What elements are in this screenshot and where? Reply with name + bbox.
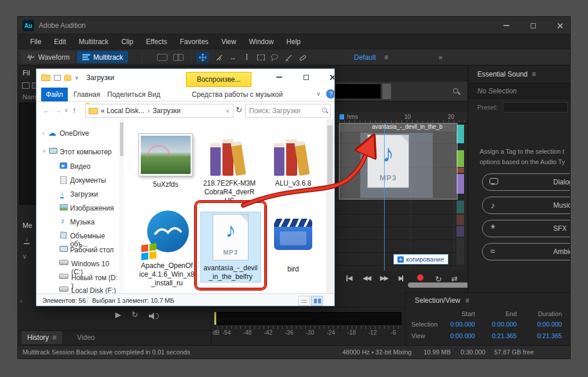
- ribbon-collapse-icon[interactable]: ∨: [316, 90, 320, 97]
- panel-menu-icon[interactable]: ≡: [465, 296, 469, 304]
- close-button[interactable]: [551, 19, 568, 32]
- breadcrumb-collapsed[interactable]: « Local Disk...: [101, 107, 144, 115]
- skip-start-button[interactable]: ◀: [346, 274, 351, 282]
- playhead-marker[interactable]: [339, 114, 344, 119]
- time-selection-tool-icon[interactable]: I: [240, 52, 253, 63]
- preset-select[interactable]: [503, 102, 568, 113]
- tag-music-button[interactable]: ♪ Music: [482, 197, 571, 214]
- editor-view-icon[interactable]: [156, 52, 169, 63]
- menu-multitrack[interactable]: Multitrack: [72, 38, 115, 46]
- minimize-button[interactable]: [498, 19, 515, 32]
- dragged-clip[interactable]: avantasia_-_devil_in_the_b ♪ MP3: [339, 123, 458, 200]
- menu-window[interactable]: Window: [243, 38, 280, 46]
- lasso-tool-icon[interactable]: [268, 52, 281, 63]
- move-tool-icon[interactable]: [196, 52, 209, 63]
- details-view-button[interactable]: [298, 296, 310, 306]
- contextual-tab-badge[interactable]: Воспроизве...: [186, 72, 251, 87]
- search-icon[interactable]: [322, 108, 327, 113]
- healing-tool-icon[interactable]: [296, 52, 309, 63]
- workspace-selector[interactable]: Default: [354, 53, 376, 61]
- preview-loop-button[interactable]: ↻: [132, 310, 138, 319]
- tag-sfx-button[interactable]: * SFX: [482, 220, 571, 237]
- maximize-button[interactable]: [524, 19, 542, 32]
- track-area[interactable]: avantasia_-_devil_in_the_b ♪ MP3 + копир…: [334, 124, 468, 270]
- razor-tool-icon[interactable]: [213, 52, 225, 63]
- menu-edit[interactable]: Edit: [48, 38, 72, 46]
- menu-file[interactable]: File: [24, 38, 48, 46]
- view-end[interactable]: 0:21.365: [480, 332, 517, 339]
- speaker-icon[interactable]: [149, 313, 156, 320]
- fast-forward-button[interactable]: ▶▶: [380, 274, 388, 282]
- view-duration[interactable]: 0:21.365: [520, 332, 562, 339]
- brush-tool-icon[interactable]: [282, 52, 295, 63]
- tab-share[interactable]: Поделиться: [107, 90, 145, 99]
- waveform-button[interactable]: Waveform: [21, 51, 75, 63]
- workspace-menu-icon[interactable]: ≡: [384, 53, 388, 61]
- nav-scrollbar[interactable]: [119, 119, 124, 293]
- menu-clip[interactable]: Clip: [115, 38, 140, 46]
- nav-item-videos[interactable]: ▶ Видео: [36, 161, 119, 173]
- qat-dropdown-icon[interactable]: ∨: [75, 75, 79, 81]
- track-color-dark-red[interactable]: [456, 215, 464, 225]
- name-column-header[interactable]: Nam: [23, 93, 36, 100]
- skip-selection-button[interactable]: ⇄: [451, 274, 458, 283]
- tab-view[interactable]: Вид: [148, 90, 160, 99]
- file-label[interactable]: 5uXzfds: [134, 180, 198, 189]
- chevron-down-icon[interactable]: ∨: [42, 148, 46, 154]
- refresh-icon[interactable]: ↻: [236, 106, 242, 114]
- file-label[interactable]: Apache_OpenOf ice_4.1.6_Win_x8 _install_…: [135, 262, 199, 288]
- timeline-ruler[interactable]: hms 10 20: [334, 112, 468, 124]
- search-input[interactable]: Поиск: Загрузки: [245, 104, 331, 118]
- panel-menu-icon[interactable]: ≡: [532, 70, 536, 78]
- track-color-dark[interactable]: [456, 238, 464, 264]
- chevron-down-icon[interactable]: ∨: [22, 252, 27, 260]
- menu-favorites[interactable]: Favorites: [174, 38, 215, 46]
- toolbar-overflow-icon[interactable]: »: [439, 53, 443, 61]
- breadcrumb[interactable]: « Local Disk... › Загрузки ∨: [85, 104, 233, 118]
- nav-item-this-pc[interactable]: ∨ Этот компьютер: [36, 146, 119, 159]
- tab-file[interactable]: Файл: [41, 88, 68, 102]
- recent-dropdown-icon[interactable]: ∨: [64, 107, 68, 113]
- address-dropdown-icon[interactable]: ∨: [225, 108, 229, 114]
- tab-video[interactable]: Video: [71, 331, 100, 344]
- files-panel-tab[interactable]: Fil: [23, 69, 30, 77]
- thumbnail-view-button[interactable]: [311, 296, 323, 306]
- nav-item-music[interactable]: ♪ Музыка: [36, 216, 119, 229]
- navigator-handle[interactable]: [382, 84, 391, 99]
- qat-new-folder-icon[interactable]: [64, 75, 71, 81]
- help-icon[interactable]: ?: [326, 89, 335, 99]
- tab-history[interactable]: History ≡: [21, 331, 62, 344]
- preview-play-button[interactable]: ▶: [115, 310, 121, 319]
- explorer-close-button[interactable]: [323, 70, 335, 84]
- zoom-icon[interactable]: [453, 88, 458, 93]
- view-start[interactable]: 0:00.000: [438, 332, 475, 339]
- selection-start[interactable]: 0:00.000: [438, 321, 475, 328]
- skip-end-button[interactable]: ▶: [399, 274, 403, 282]
- file-icon-installer[interactable]: [143, 209, 191, 258]
- up-icon[interactable]: ↑: [72, 106, 76, 115]
- nav-item-downloads[interactable]: ↓ Загрузки: [36, 188, 119, 201]
- forward-icon[interactable]: →: [54, 106, 62, 115]
- track-color-dark-teal[interactable]: [456, 201, 464, 213]
- import-download-icon[interactable]: ↓: [24, 235, 30, 244]
- nav-item-desktop[interactable]: Рабочий стол: [36, 244, 119, 257]
- nav-item-pictures[interactable]: Изображения: [36, 202, 119, 215]
- files-scrollbar[interactable]: [326, 119, 334, 293]
- nav-item-onedrive[interactable]: › ☁ OneDrive: [36, 128, 119, 140]
- nav-item-drive-d[interactable]: Новый том (D: ): [36, 272, 119, 285]
- selection-duration[interactable]: 0:00.000: [520, 321, 562, 328]
- track-color-dark-purple[interactable]: [456, 226, 464, 237]
- nav-scrollbar-thumb[interactable]: [120, 122, 123, 156]
- meter-bar[interactable]: [217, 312, 401, 325]
- spectral-view-icon[interactable]: [172, 52, 185, 63]
- navigator-range[interactable]: [335, 84, 381, 99]
- tag-ambience-button[interactable]: ≈ Ambience: [482, 243, 571, 260]
- files-scrollbar-thumb[interactable]: [327, 125, 333, 189]
- qat-properties-icon[interactable]: [54, 75, 61, 81]
- zoom-navigator[interactable]: [334, 82, 468, 102]
- file-icon-archive[interactable]: [208, 129, 252, 177]
- menu-effects[interactable]: Effects: [140, 38, 173, 46]
- file-label[interactable]: ALU_v3.6.8: [261, 179, 325, 188]
- explorer-minimize-button[interactable]: [271, 70, 288, 84]
- nav-item-documents[interactable]: Документы: [36, 175, 119, 187]
